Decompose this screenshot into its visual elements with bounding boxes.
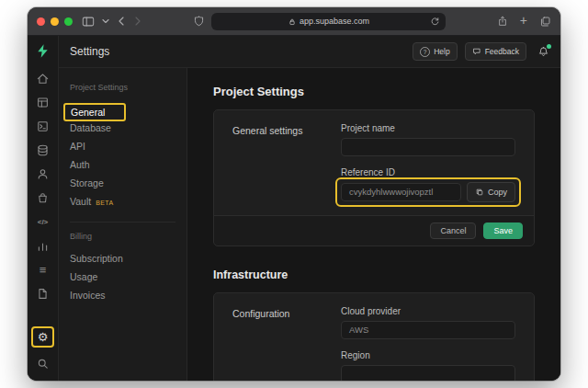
app-header: Settings ? Help Feedback xyxy=(59,36,560,68)
feedback-chat-icon xyxy=(472,47,481,56)
header-actions: ? Help Feedback xyxy=(413,42,549,61)
reference-id-highlight-box: cvykdyhlwwwojivopztl Copy xyxy=(335,177,521,207)
nav-rail: </> ≡ ⚙ xyxy=(28,36,59,381)
sidebar-divider xyxy=(70,222,175,223)
sidebar-toggle-icon[interactable] xyxy=(82,16,95,28)
project-settings-section-label: Project Settings xyxy=(70,83,175,92)
reload-icon[interactable] xyxy=(430,16,440,27)
notification-dot xyxy=(547,44,551,49)
sidebar-item-auth[interactable]: Auth xyxy=(70,155,175,174)
sidebar-item-subscription[interactable]: Subscription xyxy=(70,249,175,268)
address-area: app.supabase.com xyxy=(150,13,490,30)
feedback-button[interactable]: Feedback xyxy=(465,42,526,61)
cloud-provider-field: Cloud provider AWS xyxy=(341,306,515,339)
general-card-footer: Cancel Save xyxy=(214,215,534,245)
auth-users-icon[interactable] xyxy=(35,166,51,182)
sidebar-item-database[interactable]: Database xyxy=(70,119,175,137)
toolbar-right: + xyxy=(497,15,551,28)
browser-window: app.supabase.com + xyxy=(28,7,560,381)
settings-gear-icon[interactable]: ⚙ xyxy=(31,326,54,348)
address-bar[interactable]: app.supabase.com xyxy=(211,13,446,30)
supabase-logo[interactable] xyxy=(35,43,51,59)
billing-section-label: Billing xyxy=(70,232,175,241)
project-name-field: Project name xyxy=(341,123,515,156)
configuration-label: Configuration xyxy=(232,306,341,381)
sidebar-item-api[interactable]: API xyxy=(70,137,175,155)
lock-icon xyxy=(288,17,296,26)
region-label: Region xyxy=(341,350,515,360)
sidebar-item-storage[interactable]: Storage xyxy=(70,174,175,192)
back-button[interactable] xyxy=(117,16,126,27)
settings-main: Project Settings General settings Projec… xyxy=(187,68,560,381)
sidebar-item-usage[interactable]: Usage xyxy=(70,268,175,286)
minimize-window-button[interactable] xyxy=(51,17,59,26)
project-name-label: Project name xyxy=(341,123,515,133)
url-text: app.supabase.com xyxy=(300,17,369,26)
docs-icon[interactable] xyxy=(35,286,51,302)
storage-icon[interactable] xyxy=(35,190,51,206)
edge-functions-icon[interactable]: </> xyxy=(35,214,51,230)
help-button[interactable]: ? Help xyxy=(413,42,457,61)
tabs-overview-icon[interactable] xyxy=(539,16,551,28)
notifications-bell-icon[interactable] xyxy=(537,46,549,58)
cancel-button[interactable]: Cancel xyxy=(430,223,476,239)
general-settings-card: General settings Project name Reference … xyxy=(213,109,535,246)
save-button[interactable]: Save xyxy=(483,223,523,239)
general-highlight-box: General xyxy=(63,103,126,121)
close-window-button[interactable] xyxy=(37,17,45,26)
general-settings-label: General settings xyxy=(232,123,341,202)
chevron-down-icon[interactable] xyxy=(102,18,109,24)
zoom-window-button[interactable] xyxy=(64,17,73,26)
sidebar-item-general[interactable]: General xyxy=(70,100,175,119)
project-settings-heading: Project Settings xyxy=(213,85,535,98)
sidebar-item-invoices[interactable]: Invoices xyxy=(70,286,175,304)
help-icon: ? xyxy=(420,47,430,57)
forward-button[interactable] xyxy=(133,16,142,27)
new-tab-icon[interactable]: + xyxy=(520,14,527,27)
app-content-frame: Settings ? Help Feedback xyxy=(59,36,560,381)
copy-icon xyxy=(475,188,484,197)
browser-toolbar: app.supabase.com + xyxy=(28,7,560,36)
privacy-shield-icon[interactable] xyxy=(193,15,205,28)
logs-icon[interactable]: ≡ xyxy=(35,262,51,278)
home-icon[interactable] xyxy=(35,71,51,86)
sql-editor-icon[interactable] xyxy=(35,119,51,134)
project-name-input[interactable] xyxy=(341,138,515,156)
search-icon[interactable] xyxy=(35,356,51,371)
sidebar-item-vault[interactable]: VaultBETA xyxy=(70,192,175,211)
reports-icon[interactable] xyxy=(35,238,51,254)
infrastructure-card: Configuration Cloud provider AWS Region xyxy=(213,292,535,381)
page-title: Settings xyxy=(70,45,109,58)
copy-button[interactable]: Copy xyxy=(467,182,515,202)
beta-badge: BETA xyxy=(96,200,113,206)
window-controls xyxy=(37,17,73,26)
region-field: Region xyxy=(341,350,515,381)
reference-id-input[interactable]: cvykdyhlwwwojivopztl xyxy=(341,183,461,201)
app-body: Project Settings General Database API Au… xyxy=(59,68,560,381)
cloud-provider-label: Cloud provider xyxy=(341,306,515,316)
settings-sidebar: Project Settings General Database API Au… xyxy=(59,68,187,381)
share-icon[interactable] xyxy=(497,15,508,28)
database-icon[interactable] xyxy=(35,143,51,158)
table-editor-icon[interactable] xyxy=(35,95,51,110)
reference-id-label: Reference ID xyxy=(341,167,515,177)
supabase-app: </> ≡ ⚙ Settings ? H xyxy=(28,36,560,381)
cloud-provider-input[interactable]: AWS xyxy=(341,321,515,339)
region-input[interactable] xyxy=(341,365,515,381)
reference-id-field: Reference ID cvykdyhlwwwojivopztl Copy xyxy=(341,167,515,202)
infrastructure-heading: Infrastructure xyxy=(213,268,535,281)
